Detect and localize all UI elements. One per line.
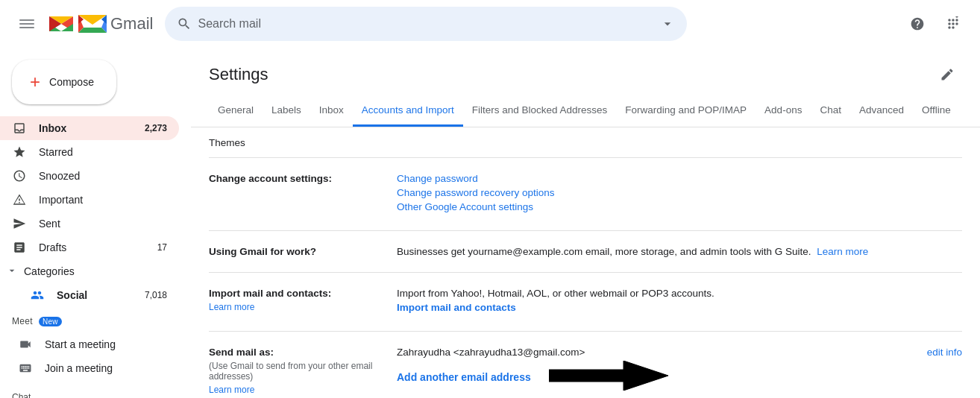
search-input[interactable] (198, 17, 654, 31)
search-dropdown-icon[interactable] (660, 16, 675, 31)
compose-label: Compose (49, 76, 94, 88)
starred-label: Starred (39, 146, 167, 158)
import-mail-text: Import from Yahoo!, Hotmail, AOL, or oth… (397, 288, 962, 299)
start-meeting-label: Start a meeting (45, 338, 116, 350)
tab-inbox[interactable]: Inbox (310, 95, 353, 127)
search-bar (165, 7, 687, 41)
gmail-work-content: Businesses get yourname@example.com emai… (397, 246, 962, 257)
svg-marker-11 (549, 361, 668, 391)
sidebar-item-inbox[interactable]: Inbox 2,273 (0, 116, 179, 140)
sidebar-item-snoozed[interactable]: Snoozed (0, 164, 179, 188)
settings-row-send-mail-as: Send mail as: (Use Gmail to send from yo… (209, 332, 962, 398)
gmail-logo[interactable]: Gmail (48, 10, 153, 37)
tab-general[interactable]: General (209, 95, 263, 127)
svg-rect-2 (19, 27, 34, 28)
inbox-icon (12, 121, 27, 136)
themes-label: Themes (209, 137, 245, 148)
import-mail-content: Import from Yahoo!, Hotmail, AOL, or oth… (397, 288, 962, 316)
social-label: Social (57, 289, 133, 301)
sidebar-item-sent[interactable]: Sent (0, 212, 179, 236)
tab-advanced[interactable]: Advanced (850, 95, 913, 127)
video-icon (18, 337, 33, 352)
meet-title-label: Meet (12, 316, 33, 326)
snoozed-label: Snoozed (39, 170, 167, 182)
settings-title: Settings (209, 65, 268, 84)
social-icon (30, 288, 45, 303)
sidebar-item-categories[interactable]: Categories (0, 259, 179, 283)
inbox-label: Inbox (39, 122, 133, 134)
important-label: Important (39, 194, 167, 206)
expand-icon (6, 265, 18, 279)
compose-button[interactable]: + Compose (12, 60, 116, 104)
tab-addons[interactable]: Add-ons (756, 95, 811, 127)
settings-row-import-mail: Import mail and contacts: Learn more Imp… (209, 273, 962, 332)
sidebar-item-important[interactable]: Important (0, 188, 179, 212)
gmail-work-label: Using Gmail for work? (209, 246, 373, 257)
arrow-annotation (549, 361, 668, 393)
drafts-count: 17 (157, 242, 167, 253)
tab-accounts-import[interactable]: Accounts and Import (353, 95, 463, 127)
google-account-settings-link[interactable]: Other Google Account settings (397, 201, 533, 212)
sidebar-item-start-meeting[interactable]: Start a meeting (12, 332, 167, 356)
send-mail-learn-more[interactable]: Learn more (209, 385, 373, 395)
help-icon[interactable] (902, 9, 932, 39)
tab-labels[interactable]: Labels (263, 95, 310, 127)
menu-icon[interactable] (12, 9, 42, 39)
send-mail-as-label: Send mail as: (209, 347, 373, 358)
send-mail-as-content: Zahrayudha <zahrayudha13@gmail.com> Add … (397, 347, 962, 398)
sidebar-item-drafts[interactable]: Drafts 17 (0, 236, 179, 259)
categories-label: Categories (24, 265, 75, 277)
gmail-work-text: Businesses get yourname@example.com emai… (397, 246, 811, 257)
import-mail-label: Import mail and contacts: (209, 288, 373, 299)
sidebar-item-join-meeting[interactable]: Join a meeting (12, 356, 167, 380)
compose-plus-icon: + (30, 72, 40, 92)
change-password-link[interactable]: Change password (397, 173, 478, 184)
settings-tabs: General Labels Inbox Accounts and Import… (191, 95, 980, 127)
settings-content: Settings General Labels Inbox Accounts a… (191, 48, 980, 398)
import-mail-learn-more[interactable]: Learn more (209, 302, 373, 312)
settings-edit-icon[interactable] (932, 60, 962, 89)
sidebar: + Compose Inbox 2,273 Starred Snoozed (0, 48, 191, 398)
svg-rect-1 (19, 23, 34, 25)
join-meeting-label: Join a meeting (45, 362, 113, 374)
settings-row-gmail-work: Using Gmail for work? Businesses get you… (209, 231, 962, 273)
change-account-label: Change account settings: (209, 173, 373, 184)
search-icon (177, 16, 192, 31)
keyboard-icon (18, 361, 33, 376)
send-icon (12, 216, 27, 231)
sent-label: Sent (39, 218, 167, 230)
tab-chat[interactable]: Chat (811, 95, 850, 127)
star-icon (12, 145, 27, 159)
email-display: Zahrayudha <zahrayudha13@gmail.com> (397, 347, 668, 358)
important-icon (12, 192, 27, 207)
send-mail-as-sublabel: (Use Gmail to send from your other email… (209, 361, 373, 382)
tab-forwarding[interactable]: Forwarding and POP/IMAP (616, 95, 756, 127)
gmail-work-learn-more[interactable]: Learn more (817, 246, 868, 257)
draft-icon (12, 240, 27, 255)
settings-row-change-account: Change account settings: Change password… (209, 158, 962, 231)
gmail-wordmark: Gmail (110, 14, 153, 34)
svg-rect-0 (19, 19, 34, 21)
clock-icon (12, 168, 27, 183)
social-count: 7,018 (145, 290, 167, 300)
sidebar-item-starred[interactable]: Starred (0, 140, 179, 164)
add-another-email-link[interactable]: Add another email address (397, 371, 531, 383)
meet-section: Meet New Start a meeting Join a meeting (0, 307, 191, 386)
import-mail-action-link[interactable]: Import mail and contacts (397, 302, 516, 313)
tab-filters[interactable]: Filters and Blocked Addresses (463, 95, 617, 127)
inbox-count: 2,273 (145, 123, 167, 133)
change-password-recovery-link[interactable]: Change password recovery options (397, 187, 555, 198)
edit-info-link[interactable]: edit info (927, 347, 962, 358)
change-account-content: Change password Change password recovery… (397, 173, 962, 215)
tab-offline[interactable]: Offline (913, 95, 960, 127)
meet-new-badge: New (39, 317, 62, 326)
sidebar-item-social[interactable]: Social 7,018 (0, 283, 179, 307)
chat-section-label: Chat (0, 386, 191, 398)
drafts-label: Drafts (39, 241, 145, 253)
apps-icon[interactable] (938, 9, 968, 39)
